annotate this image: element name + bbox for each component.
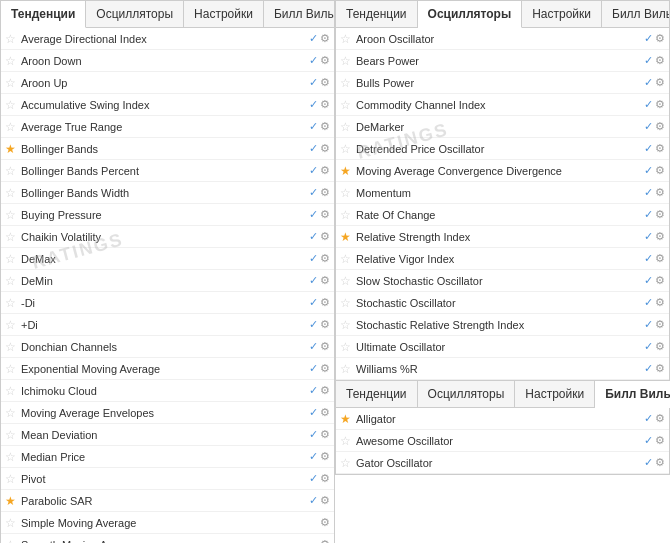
star-empty-icon[interactable]: ☆ [5,406,19,420]
star-empty-icon[interactable]: ☆ [340,142,354,156]
star-empty-icon[interactable]: ☆ [5,362,19,376]
star-empty-icon[interactable]: ☆ [340,208,354,222]
gear-icon[interactable]: ⚙ [320,428,330,441]
star-filled-icon[interactable]: ★ [340,230,354,244]
tab-bill-williams-right-bottom[interactable]: Билл Вильямс [595,381,670,408]
check-icon[interactable]: ✓ [309,318,318,331]
star-empty-icon[interactable]: ☆ [340,98,354,112]
tab-oscillators-right-bottom[interactable]: Осцилляторы [418,381,516,407]
check-icon[interactable]: ✓ [309,252,318,265]
star-filled-icon[interactable]: ★ [5,142,19,156]
check-icon[interactable]: ✓ [644,32,653,45]
tab-oscillators-left[interactable]: Осцилляторы [86,1,184,27]
tab-tendencies-right-bottom[interactable]: Тенденции [336,381,418,407]
star-filled-icon[interactable]: ★ [340,164,354,178]
gear-icon[interactable]: ⚙ [320,340,330,353]
check-icon[interactable]: ✓ [644,274,653,287]
check-icon[interactable]: ✓ [309,274,318,287]
star-empty-icon[interactable]: ☆ [5,384,19,398]
gear-icon[interactable]: ⚙ [655,340,665,353]
tab-bill-williams-left[interactable]: Билл Вильямс [264,1,335,27]
check-icon[interactable]: ✓ [644,142,653,155]
check-icon[interactable]: ✓ [644,252,653,265]
star-empty-icon[interactable]: ☆ [340,318,354,332]
check-icon[interactable]: ✓ [644,208,653,221]
star-empty-icon[interactable]: ☆ [5,120,19,134]
check-icon[interactable]: ✓ [309,450,318,463]
star-empty-icon[interactable]: ☆ [5,450,19,464]
check-icon[interactable]: ✓ [644,120,653,133]
tab-bill-williams-right-top[interactable]: Билл Вильямс [602,1,670,27]
gear-icon[interactable]: ⚙ [655,32,665,45]
star-empty-icon[interactable]: ☆ [5,274,19,288]
check-icon[interactable]: ✓ [309,120,318,133]
check-icon[interactable]: ✓ [309,142,318,155]
gear-icon[interactable]: ⚙ [655,186,665,199]
star-empty-icon[interactable]: ☆ [340,252,354,266]
gear-icon[interactable]: ⚙ [655,362,665,375]
star-empty-icon[interactable]: ☆ [5,538,19,544]
tab-tendencies-right-top[interactable]: Тенденции [336,1,418,27]
star-empty-icon[interactable]: ☆ [5,208,19,222]
gear-icon[interactable]: ⚙ [655,76,665,89]
tab-settings-right-bottom[interactable]: Настройки [515,381,595,407]
star-empty-icon[interactable]: ☆ [5,98,19,112]
gear-icon[interactable]: ⚙ [655,434,665,447]
gear-icon[interactable]: ⚙ [655,274,665,287]
gear-icon[interactable]: ⚙ [320,98,330,111]
gear-icon[interactable]: ⚙ [655,142,665,155]
check-icon[interactable]: ✓ [309,494,318,507]
gear-icon[interactable]: ⚙ [655,412,665,425]
gear-icon[interactable]: ⚙ [320,208,330,221]
star-empty-icon[interactable]: ☆ [340,120,354,134]
star-empty-icon[interactable]: ☆ [340,340,354,354]
tab-settings-right-top[interactable]: Настройки [522,1,602,27]
gear-icon[interactable]: ⚙ [320,142,330,155]
check-icon[interactable]: ✓ [644,362,653,375]
tab-oscillators-right-top[interactable]: Осцилляторы [418,1,523,28]
gear-icon[interactable]: ⚙ [320,230,330,243]
gear-icon[interactable]: ⚙ [320,318,330,331]
check-icon[interactable]: ✓ [309,472,318,485]
star-empty-icon[interactable]: ☆ [340,362,354,376]
check-icon[interactable]: ✓ [644,54,653,67]
star-empty-icon[interactable]: ☆ [5,340,19,354]
star-empty-icon[interactable]: ☆ [5,428,19,442]
check-icon[interactable]: ✓ [644,98,653,111]
check-icon[interactable]: ✓ [644,296,653,309]
check-icon[interactable]: ✓ [644,456,653,469]
check-icon[interactable]: ✓ [644,164,653,177]
gear-icon[interactable]: ⚙ [320,450,330,463]
check-icon[interactable]: ✓ [309,54,318,67]
star-empty-icon[interactable]: ☆ [340,54,354,68]
check-icon[interactable]: ✓ [309,186,318,199]
gear-icon[interactable]: ⚙ [320,186,330,199]
gear-icon[interactable]: ⚙ [320,164,330,177]
star-empty-icon[interactable]: ☆ [340,186,354,200]
check-icon[interactable]: ✓ [309,428,318,441]
star-empty-icon[interactable]: ☆ [5,186,19,200]
star-empty-icon[interactable]: ☆ [340,296,354,310]
gear-icon[interactable]: ⚙ [320,494,330,507]
check-icon[interactable]: ✓ [309,362,318,375]
star-empty-icon[interactable]: ☆ [5,252,19,266]
gear-icon[interactable]: ⚙ [320,32,330,45]
gear-icon[interactable]: ⚙ [655,296,665,309]
check-icon[interactable]: ✓ [309,32,318,45]
star-empty-icon[interactable]: ☆ [5,76,19,90]
star-empty-icon[interactable]: ☆ [5,472,19,486]
gear-icon[interactable]: ⚙ [320,384,330,397]
star-filled-icon[interactable]: ★ [340,412,354,426]
check-icon[interactable]: ✓ [644,318,653,331]
star-empty-icon[interactable]: ☆ [5,164,19,178]
gear-icon[interactable]: ⚙ [320,252,330,265]
check-icon[interactable]: ✓ [644,434,653,447]
gear-icon[interactable]: ⚙ [655,120,665,133]
check-icon[interactable]: ✓ [644,340,653,353]
check-icon[interactable]: ✓ [309,76,318,89]
star-filled-icon[interactable]: ★ [5,494,19,508]
star-empty-icon[interactable]: ☆ [340,274,354,288]
gear-icon[interactable]: ⚙ [320,362,330,375]
tab-settings-left[interactable]: Настройки [184,1,264,27]
star-empty-icon[interactable]: ☆ [5,54,19,68]
